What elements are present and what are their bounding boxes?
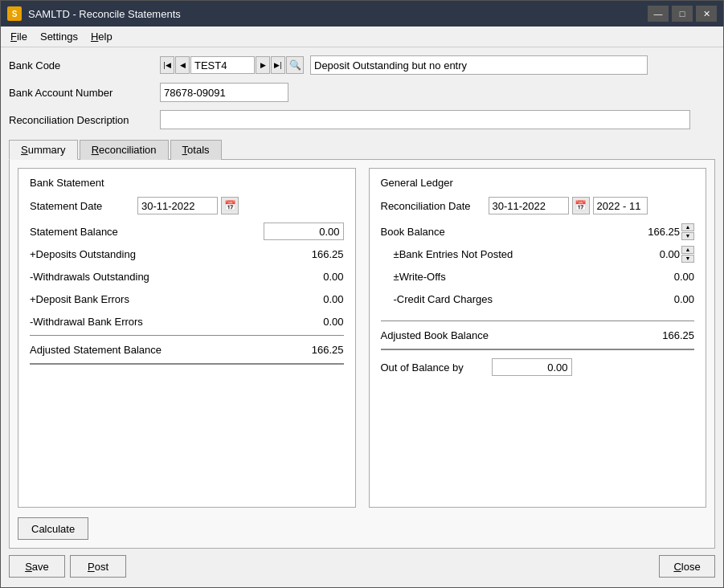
- bank-entries-down-button[interactable]: ▼: [681, 255, 694, 263]
- out-of-balance-label: Out of Balance by: [381, 361, 485, 374]
- statement-balance-input[interactable]: [264, 223, 344, 240]
- adjusted-statement-balance-label: Adjusted Statement Balance: [30, 344, 162, 356]
- adjusted-statement-balance-row: Adjusted Statement Balance 166.25: [30, 341, 344, 358]
- statement-balance-label: Statement Balance: [30, 226, 118, 238]
- bank-account-row: Bank Account Number 78678-09091: [9, 81, 715, 104]
- deposit-bank-errors-value: 0.00: [288, 293, 344, 305]
- book-balance-label: Book Balance: [381, 226, 445, 238]
- statement-date-row: Statement Date 📅: [30, 197, 344, 214]
- book-balance-spin: 166.25 ▲ ▼: [624, 223, 694, 240]
- deposits-outstanding-label: +Deposits Outstanding: [30, 248, 136, 260]
- adjusted-book-balance-row: Adjusted Book Balance 166.25: [381, 326, 695, 344]
- menu-file[interactable]: File: [4, 29, 34, 44]
- bank-code-search-button[interactable]: 🔍: [286, 56, 304, 74]
- main-content: Bank Code |◀ ◀ TEST4 ▶ ▶| 🔍 Deposit Outs…: [1, 47, 723, 587]
- nav-last-button[interactable]: ▶|: [271, 56, 285, 74]
- bank-account-label: Bank Account Number: [9, 87, 153, 99]
- bank-code-navigator: |◀ ◀ TEST4 ▶ ▶| 🔍: [160, 56, 304, 74]
- withdrawals-outstanding-label: -Withdrawals Outstanding: [30, 271, 149, 283]
- bank-entries-label: ±Bank Entries Not Posted: [381, 248, 513, 260]
- menu-settings[interactable]: Settings: [34, 29, 84, 44]
- withdrawal-bank-errors-value: 0.00: [288, 316, 344, 328]
- withdrawal-bank-errors-row: -Withdrawal Bank Errors 0.00: [30, 312, 344, 330]
- bank-statement-title: Bank Statement: [30, 177, 344, 189]
- tab-bar: Summary Reconciliation Totals: [9, 139, 715, 160]
- tab-reconciliation[interactable]: Reconciliation: [80, 140, 169, 160]
- bank-account-input[interactable]: 78678-09091: [160, 83, 288, 102]
- deposit-bank-errors-row: +Deposit Bank Errors 0.00: [30, 290, 344, 308]
- deposits-outstanding-value: 166.25: [288, 248, 344, 260]
- tab-content-summary: Bank Statement Statement Date 📅 Statemen…: [9, 160, 715, 549]
- bank-entries-row: ±Bank Entries Not Posted 0.00 ▲ ▼: [381, 245, 695, 263]
- window-close-button[interactable]: ✕: [696, 6, 717, 22]
- book-balance-value: 166.25: [624, 226, 680, 238]
- write-offs-row: ±Write-Offs 0.00: [381, 267, 695, 285]
- menu-bar: File Settings Help: [1, 27, 723, 47]
- bank-description-input[interactable]: Deposit Outstanding but no entry: [310, 55, 648, 75]
- bank-code-row: Bank Code |◀ ◀ TEST4 ▶ ▶| 🔍 Deposit Outs…: [9, 54, 715, 76]
- adjusted-book-balance-value: 166.25: [638, 329, 694, 341]
- bank-entries-up-button[interactable]: ▲: [681, 246, 694, 254]
- tab-summary[interactable]: Summary: [9, 140, 78, 160]
- menu-help[interactable]: Help: [84, 29, 119, 44]
- bank-entries-spinners: ▲ ▼: [681, 246, 694, 263]
- window-title: SAMLTD - Reconcile Statements: [28, 8, 648, 20]
- maximize-button[interactable]: □: [672, 6, 693, 22]
- write-offs-value: 0.00: [638, 271, 694, 283]
- nav-first-button[interactable]: |◀: [160, 56, 174, 74]
- calculate-button[interactable]: Calculate: [18, 517, 88, 540]
- bank-code-label: Bank Code: [9, 59, 153, 71]
- reconciliation-desc-label: Reconciliation Description: [9, 114, 153, 126]
- bank-entries-spin: 0.00 ▲ ▼: [624, 246, 694, 263]
- footer-buttons: Save Post Close: [9, 553, 715, 581]
- withdrawals-outstanding-row: -Withdrawals Outstanding 0.00: [30, 267, 344, 285]
- withdrawals-outstanding-value: 0.00: [288, 271, 344, 283]
- save-button[interactable]: Save: [9, 555, 65, 578]
- title-bar: S SAMLTD - Reconcile Statements — □ ✕: [1, 1, 723, 27]
- reconciliation-date-input[interactable]: [489, 197, 569, 214]
- book-balance-up-button[interactable]: ▲: [681, 223, 694, 231]
- year-month-input[interactable]: [593, 197, 648, 214]
- adjusted-statement-balance-value: 166.25: [288, 344, 344, 356]
- adjusted-book-balance-label: Adjusted Book Balance: [381, 329, 489, 341]
- deposit-bank-errors-label: +Deposit Bank Errors: [30, 293, 129, 305]
- out-of-balance-input[interactable]: [492, 358, 572, 376]
- reconciliation-date-row: Reconciliation Date 📅: [381, 197, 695, 214]
- app-icon: S: [7, 6, 22, 21]
- statement-date-calendar-button[interactable]: 📅: [221, 197, 239, 214]
- reconciliation-date-label: Reconciliation Date: [381, 200, 485, 212]
- main-window: S SAMLTD - Reconcile Statements — □ ✕ Fi…: [0, 0, 724, 588]
- statement-date-label: Statement Date: [30, 200, 134, 212]
- credit-card-charges-value: 0.00: [638, 293, 694, 305]
- statement-date-input[interactable]: [137, 197, 218, 214]
- general-ledger-panel: General Ledger Reconciliation Date 📅 Boo…: [369, 168, 707, 508]
- write-offs-label: ±Write-Offs: [381, 271, 446, 283]
- general-ledger-title: General Ledger: [381, 177, 695, 189]
- close-button[interactable]: Close: [659, 555, 715, 578]
- reconciliation-desc-input[interactable]: [160, 110, 690, 129]
- credit-card-charges-row: -Credit Card Charges 0.00: [381, 290, 695, 308]
- post-button[interactable]: Post: [70, 555, 126, 578]
- tab-totals[interactable]: Totals: [170, 140, 222, 160]
- bank-code-input[interactable]: TEST4: [190, 56, 255, 74]
- book-balance-down-button[interactable]: ▼: [681, 232, 694, 240]
- out-of-balance-row: Out of Balance by: [381, 358, 695, 376]
- reconciliation-date-calendar-button[interactable]: 📅: [572, 197, 590, 214]
- bank-statement-panel: Bank Statement Statement Date 📅 Statemen…: [18, 168, 356, 508]
- two-column-layout: Bank Statement Statement Date 📅 Statemen…: [18, 168, 706, 508]
- credit-card-charges-label: -Credit Card Charges: [381, 293, 493, 305]
- statement-balance-row: Statement Balance: [30, 223, 344, 240]
- minimize-button[interactable]: —: [648, 6, 669, 22]
- book-balance-row: Book Balance 166.25 ▲ ▼: [381, 223, 695, 240]
- bank-entries-value: 0.00: [624, 248, 680, 260]
- nav-next-button[interactable]: ▶: [256, 56, 270, 74]
- reconciliation-desc-row: Reconciliation Description: [9, 108, 715, 131]
- withdrawal-bank-errors-label: -Withdrawal Bank Errors: [30, 316, 143, 328]
- window-controls: — □ ✕: [648, 6, 717, 22]
- nav-prev-button[interactable]: ◀: [175, 56, 190, 74]
- deposits-outstanding-row: +Deposits Outstanding 166.25: [30, 245, 344, 263]
- book-balance-spinners: ▲ ▼: [681, 223, 694, 240]
